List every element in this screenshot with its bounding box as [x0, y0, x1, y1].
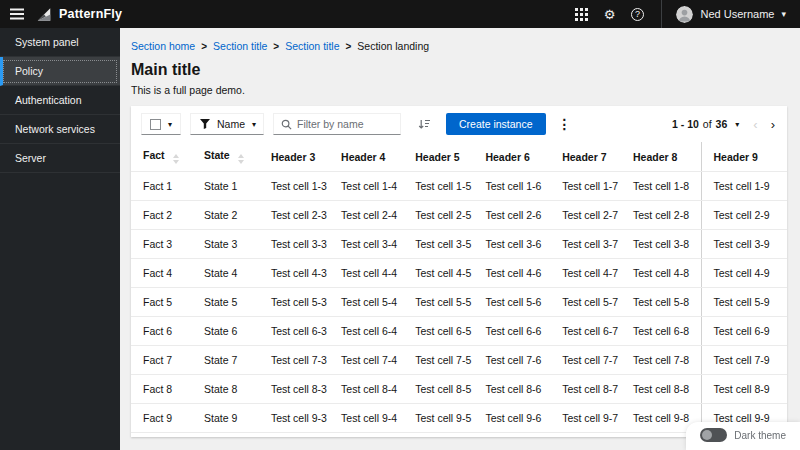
- table-cell: Fact 7: [131, 346, 192, 375]
- help-icon[interactable]: ?: [623, 0, 651, 28]
- table-cell: Fact 5: [131, 288, 192, 317]
- breadcrumb-link[interactable]: Section home: [131, 40, 195, 52]
- table-cell: Test cell 3-8: [621, 230, 701, 259]
- table-cell: Test cell 2-5: [403, 201, 473, 230]
- pagination-menu-toggle[interactable]: 1 - 10 of 36 ▾: [672, 118, 739, 130]
- table-cell: Test cell 5-3: [259, 288, 329, 317]
- table-cell: Test cell 4-4: [329, 259, 403, 288]
- table-cell: State 3: [192, 230, 259, 259]
- column-header-header-4: Header 4: [329, 142, 403, 172]
- bulk-select-dropdown[interactable]: ▾: [141, 113, 181, 135]
- table-cell: Test cell 8-6: [473, 375, 550, 404]
- column-header-label: Fact: [143, 149, 165, 161]
- table-cell: Test cell 3-6: [473, 230, 550, 259]
- column-header-label: Header 6: [485, 151, 529, 163]
- create-instance-button[interactable]: Create instance: [446, 113, 546, 135]
- table-cell: State 2: [192, 201, 259, 230]
- column-header-fact[interactable]: Fact: [131, 142, 192, 172]
- table-cell: Test cell 4-6: [473, 259, 550, 288]
- sidebar-item-authentication[interactable]: Authentication: [0, 86, 120, 115]
- table-cell: Test cell 9-5: [403, 404, 473, 433]
- column-header-header-8: Header 8: [621, 142, 701, 172]
- sidebar-item-network-services[interactable]: Network services: [0, 115, 120, 144]
- sidebar-item-system-panel[interactable]: System panel: [0, 28, 120, 57]
- theme-toggle-panel: Dark theme: [686, 422, 800, 450]
- table-cell: Test cell 4-5: [403, 259, 473, 288]
- table-cell: Test cell 3-3: [259, 230, 329, 259]
- settings-gear-icon[interactable]: ⚙: [595, 0, 623, 28]
- prev-page-button[interactable]: ‹: [753, 118, 757, 131]
- table-cell: Test cell 7-4: [329, 346, 403, 375]
- brand-title: PatternFly: [59, 7, 122, 21]
- table-cell: Fact 9: [131, 404, 192, 433]
- table-cell: State 5: [192, 288, 259, 317]
- kebab-menu-icon: ⋮: [558, 117, 572, 131]
- data-table: FactStateHeader 3Header 4Header 5Header …: [131, 142, 787, 433]
- breadcrumb-link[interactable]: Section title: [285, 40, 339, 52]
- caret-down-icon: ▾: [781, 10, 786, 19]
- filter-attribute-dropdown[interactable]: Name ▾: [190, 113, 264, 135]
- nav-toggle-hamburger-icon[interactable]: [10, 8, 24, 20]
- breadcrumb-link[interactable]: Section title: [213, 40, 267, 52]
- table-cell: Test cell 5-7: [550, 288, 621, 317]
- search-field[interactable]: [273, 113, 401, 135]
- kebab-menu-button[interactable]: ⋮: [555, 117, 575, 131]
- user-menu[interactable]: Ned Username ▾: [661, 0, 788, 28]
- table-cell: Test cell 5-6: [473, 288, 550, 317]
- sidebar-item-server[interactable]: Server: [0, 144, 120, 173]
- table-cell: Test cell 7-8: [621, 346, 701, 375]
- table-row: Fact 1State 1Test cell 1-3Test cell 1-4T…: [131, 172, 787, 201]
- next-page-button[interactable]: ›: [771, 118, 775, 131]
- table-cell: Test cell 9-7: [550, 404, 621, 433]
- masthead: PatternFly ⚙ ? Ned Username: [0, 0, 800, 28]
- breadcrumb-separator: >: [273, 41, 279, 52]
- table-cell: Test cell 6-6: [473, 317, 550, 346]
- table-cell: Test cell 3-9: [701, 230, 787, 259]
- table-cell: State 9: [192, 404, 259, 433]
- table-cell: Test cell 1-3: [259, 172, 329, 201]
- search-input[interactable]: [297, 118, 393, 130]
- table-cell: Fact 6: [131, 317, 192, 346]
- table-cell: Test cell 1-5: [403, 172, 473, 201]
- column-header-label: Header 7: [562, 151, 606, 163]
- table-cell: Test cell 9-4: [329, 404, 403, 433]
- column-header-header-9: Header 9: [701, 142, 787, 172]
- page-title: Main title: [131, 61, 787, 79]
- table-cell: Test cell 5-9: [701, 288, 787, 317]
- page-subtitle: This is a full page demo.: [131, 84, 787, 96]
- table-cell: Test cell 4-9: [701, 259, 787, 288]
- column-header-label: Header 3: [271, 151, 315, 163]
- table-cell: Test cell 2-9: [701, 201, 787, 230]
- sort-column-icon: [173, 154, 179, 164]
- pagination-range: 1 - 10: [672, 118, 699, 130]
- table-cell: Test cell 8-5: [403, 375, 473, 404]
- table-cell: Fact 2: [131, 201, 192, 230]
- table-cell: State 8: [192, 375, 259, 404]
- patternfly-logo-icon: [36, 7, 52, 22]
- sort-button[interactable]: [415, 119, 433, 130]
- table-cell: State 1: [192, 172, 259, 201]
- column-header-label: Header 9: [714, 151, 758, 163]
- table-cell: Test cell 4-3: [259, 259, 329, 288]
- sidebar-item-policy[interactable]: Policy: [0, 57, 120, 86]
- brand[interactable]: PatternFly: [36, 7, 122, 22]
- column-header-label: State: [204, 149, 230, 161]
- column-header-header-6: Header 6: [473, 142, 550, 172]
- table-cell: Test cell 5-8: [621, 288, 701, 317]
- caret-down-icon: ▾: [735, 120, 739, 129]
- pagination-top: 1 - 10 of 36 ▾ ‹ ›: [672, 118, 775, 131]
- toggle-knob: [702, 430, 712, 440]
- column-header-state[interactable]: State: [192, 142, 259, 172]
- dark-theme-toggle[interactable]: [700, 428, 727, 442]
- filter-dropdown-label: Name: [217, 118, 245, 130]
- table-cell: Fact 3: [131, 230, 192, 259]
- table-cell: Fact 8: [131, 375, 192, 404]
- table-cell: Test cell 1-7: [550, 172, 621, 201]
- table-cell: Test cell 3-4: [329, 230, 403, 259]
- table-cell: Test cell 5-4: [329, 288, 403, 317]
- table-row: Fact 3State 3Test cell 3-3Test cell 3-4T…: [131, 230, 787, 259]
- table-cell: State 4: [192, 259, 259, 288]
- apps-grid-icon[interactable]: [567, 0, 595, 28]
- bulk-select-checkbox[interactable]: [150, 119, 161, 130]
- breadcrumb-separator: >: [345, 41, 351, 52]
